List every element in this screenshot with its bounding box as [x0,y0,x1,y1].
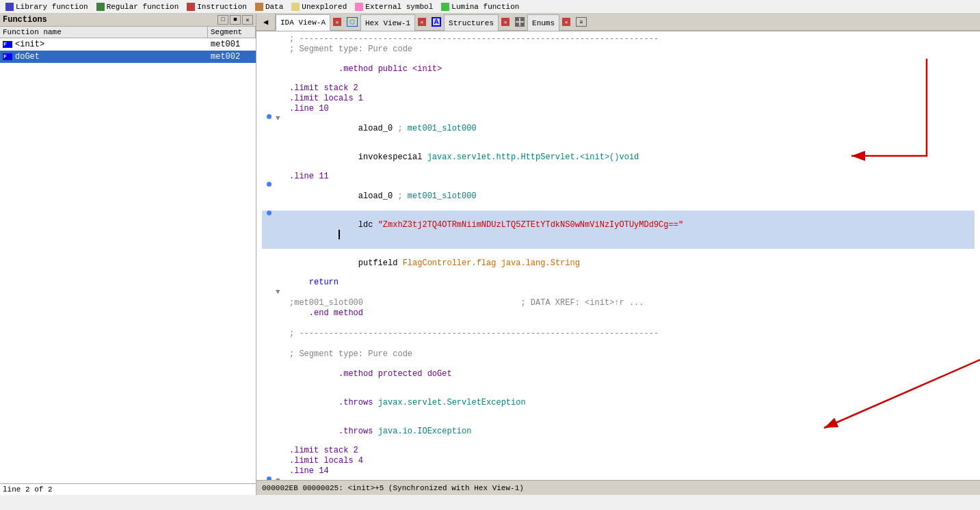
col-segment: Segment [208,27,256,38]
code-text-ldc1: ldc "ZmxhZ3tj2TQ4OTRmNiimNDUzLTQ5ZTEtYTd… [287,211,975,249]
tab-separator-4: ✕ [559,14,573,30]
code-text-putfield: putfield FlagController.flag java.lang.S… [287,249,975,278]
enum-icon-btn[interactable] [512,14,527,30]
tab-close-4[interactable]: ✕ [562,18,570,26]
func-icon-init: F [3,41,12,48]
maximize-button[interactable]: ■ [230,15,241,25]
arrow-expand1[interactable]: ▼ [276,288,287,296]
func-icon-doget: F [3,53,12,60]
blue-dot-aload0-2 [267,182,272,187]
tab-structures[interactable]: Structures [444,14,499,31]
code-line-end-method: .end method [262,308,975,319]
code-line-blank1 [262,319,975,329]
func-name-doget: F doGet [0,51,208,62]
status-bar: 000002EB 00000025: <init>+5 (Synchronize… [256,480,980,495]
tab-close-3[interactable]: ✕ [501,18,509,26]
nav-left-button[interactable]: ◀ [256,14,276,30]
func-label-doget: doGet [15,52,40,62]
code-text-method-init: .method public <init> [287,55,975,83]
col-function-name: Function name [0,27,208,38]
code-line-aload0-1: ▼ aload_0 ; met001_slot000 [262,114,975,143]
code-line-blank2 [262,339,975,349]
legend-instruction: Instruction [187,3,247,11]
func-row-doget[interactable]: F doGet met002 [0,51,256,63]
tab-separator-3: ✕ [499,14,512,30]
dot-aload0-2 [262,182,276,187]
legend-label-data: Data [265,3,283,11]
tab-close-1[interactable]: ✕ [333,18,341,26]
func-label-init: <init> [15,40,44,49]
code-line-segtype2: ; Segment type: Pure code [262,349,975,360]
code-line-limit-locals: .limit locals 1 [262,94,975,104]
arrow-aload0-1[interactable]: ▼ [276,114,287,122]
code-area[interactable]: ; --------------------------------------… [256,31,980,480]
tab-close-2[interactable]: ✕ [418,18,426,26]
functions-title: Functions [3,15,47,25]
minimize-button[interactable]: □ [217,15,228,25]
tab-hex-view[interactable]: Hex View-1 [360,14,415,31]
tab-enums[interactable]: Enums [527,14,559,31]
code-text-limit-locals2: .limit locals 4 [287,456,975,466]
legend-label-lumina: Lumina function [451,3,519,11]
code-text-line11: .line 11 [287,172,975,181]
close-button[interactable]: ✕ [242,15,253,25]
code-text-limit-stack: .limit stack 2 [287,83,975,93]
code-text-end-method: .end method [287,308,975,318]
code-text-line14: .line 14 [287,466,975,476]
code-text-blank2 [287,339,975,349]
code-line-throws1: .throws javax.servlet.ServletException [262,388,975,417]
tab-separator-2: ✕ [415,14,429,30]
tab-separator-1: ✕ [330,14,344,30]
legend-color-unexplored [291,3,300,11]
code-text-aload0-2: aload_0 ; met001_slot000 [287,182,975,211]
legend-color-data [255,3,263,11]
code-line-return1: return [262,278,975,288]
legend-color-regular [96,3,105,11]
functions-panel: Functions □ ■ ✕ Function name Segment F … [0,14,256,495]
tab-enums-label: Enums [532,19,555,27]
code-line-ldc1: ldc "ZmxhZ3tj2TQ4OTRmNiimNDUzLTQ5ZTEtYTd… [262,211,975,249]
tab-bar: ◀ IDA View-A ✕ ⬡ Hex View-1 ✕ A [256,14,980,31]
window-controls: □ ■ ✕ [217,15,253,25]
code-line-aload2: ▼ aload_2 ; met002_slot002 [262,477,975,480]
code-line-aload0-2: aload_0 ; met001_slot000 [262,182,975,211]
tab-ida-view[interactable]: IDA View-A [276,14,330,31]
hex-icon-btn[interactable]: ⬡ [344,14,360,30]
legend-external: External symbol [355,3,433,11]
code-line-line11: .line 11 [262,172,975,182]
struct-icon: A [432,17,441,27]
last-icon-btn[interactable]: ≡ [573,14,590,30]
code-text-sep1: ; --------------------------------------… [287,34,975,44]
legend-data: Data [255,3,283,11]
code-text-blank1 [287,319,975,328]
code-line-limit-stack2: .limit stack 2 [262,446,975,456]
blue-dot-aload0-1 [267,114,272,119]
legend-color-instruction [187,3,195,11]
legend-label-library: Library function [16,3,88,11]
code-text-segtype1: ; Segment type: Pure code [287,44,975,54]
code-line-line14: .line 14 [262,466,975,477]
func-name-init: F <init> [0,39,208,50]
enum-icon [515,17,525,27]
arrow-aload2[interactable]: ▼ [276,477,287,480]
functions-col-header: Function name Segment [0,27,256,38]
tab-struct-label: Structures [449,19,494,27]
code-line-throws2: .throws java.io.IOException [262,417,975,446]
code-text-limit-locals: .limit locals 1 [287,94,975,103]
code-line-method-init: .method public <init> [262,55,975,83]
code-text-aload2: aload_2 ; met002_slot002 [287,477,975,480]
code-line-sep1: ; --------------------------------------… [262,34,975,44]
func-row-init[interactable]: F <init> met001 [0,38,256,51]
code-text-throws1: .throws javax.servlet.ServletException [287,388,975,417]
code-line-invokespecial: invokespecial javax.servlet.http.HttpSer… [262,143,975,172]
struct-icon-btn[interactable]: A [429,14,444,30]
code-line-sep2: ; --------------------------------------… [262,329,975,339]
code-text-sep2: ; --------------------------------------… [287,329,975,338]
func-seg-doget: met002 [208,51,256,62]
legend-color-lumina [441,3,449,11]
code-line-limit-stack: .limit stack 2 [262,83,975,94]
legend-label-unexplored: Unexplored [302,3,347,11]
legend-regular: Regular function [96,3,179,11]
func-seg-init: met001 [208,39,256,50]
code-line-method-doget: .method protected doGet [262,360,975,388]
